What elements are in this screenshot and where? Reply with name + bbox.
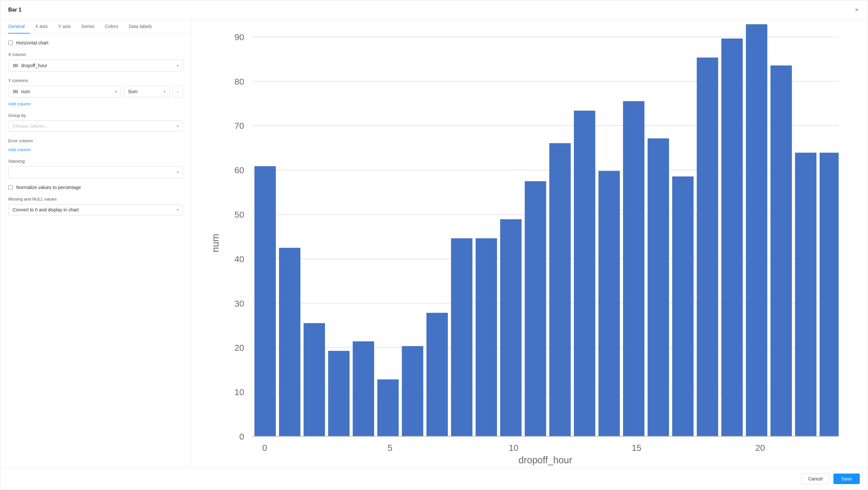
bar-19 [721, 38, 743, 436]
normalize-label[interactable]: Normalize values to percentage [16, 185, 81, 190]
group-by-chevron: ▾ [177, 124, 179, 128]
bar-15 [623, 101, 644, 437]
group-by-row: Group by Choose column... ▾ [8, 113, 183, 132]
y-col-select-wrapper: num ▾ [8, 86, 121, 97]
svg-text:20: 20 [235, 343, 244, 353]
y-column-chevron: ▾ [115, 90, 117, 94]
bar-22 [795, 153, 816, 437]
dialog-header: Bar 1 × [0, 0, 868, 20]
missing-null-value: Convert to 0 and display in chart [12, 207, 79, 212]
bar-14 [598, 171, 620, 436]
svg-text:15: 15 [631, 443, 641, 453]
bar-12 [549, 143, 571, 437]
tab-general[interactable]: General [8, 20, 30, 34]
svg-text:50: 50 [235, 210, 244, 220]
bar-17 [672, 177, 693, 437]
tabs-bar: General X axis Y axis Series Colors Data… [0, 20, 191, 34]
stacking-select-wrapper: ▾ [8, 166, 183, 178]
bar-23 [819, 153, 839, 437]
horizontal-chart-checkbox[interactable] [8, 40, 13, 45]
normalize-checkbox[interactable] [8, 185, 13, 190]
stacking-label: Stacking [8, 159, 183, 164]
tab-colors[interactable]: Colors [100, 20, 123, 34]
bar-13 [574, 111, 595, 436]
add-error-column-link[interactable]: Add column [8, 147, 31, 152]
horizontal-chart-label[interactable]: Horizontal chart [16, 40, 49, 45]
group-by-label: Group by [8, 113, 183, 118]
stacking-chevron: ▾ [177, 170, 179, 175]
agg-select-wrapper: Sum ▾ [124, 86, 170, 97]
bar-9 [475, 238, 497, 437]
bar-4 [353, 341, 374, 437]
tab-data-labels[interactable]: Data labels [123, 20, 157, 34]
group-by-select[interactable]: Choose column... ▾ [8, 121, 183, 132]
left-panel: General X axis Y axis Series Colors Data… [0, 20, 191, 468]
bar-7 [427, 313, 448, 437]
svg-text:60: 60 [235, 166, 244, 176]
bar-11 [525, 181, 546, 437]
svg-rect-3 [13, 90, 14, 93]
add-y-column-link[interactable]: Add column [8, 101, 31, 106]
bar-18 [697, 58, 718, 437]
tab-y-axis[interactable]: Y axis [53, 20, 76, 34]
bar-16 [648, 139, 669, 437]
x-column-select[interactable]: dropoff_hour ▾ [8, 60, 183, 71]
agg-chevron: ▾ [164, 90, 166, 94]
dialog-title: Bar 1 [8, 7, 22, 13]
tab-x-axis[interactable]: X axis [30, 20, 53, 34]
save-button[interactable]: Save [833, 473, 860, 484]
svg-rect-2 [17, 64, 18, 67]
chart-wrap: 90 80 70 60 50 40 30 20 10 0 num [205, 21, 855, 466]
bar-21 [771, 65, 792, 437]
bars-group [254, 24, 839, 437]
svg-text:80: 80 [235, 77, 244, 87]
y-column-value: num [12, 89, 30, 94]
chart-config-dialog: Bar 1 × General X axis Y axis Series Col… [0, 0, 868, 490]
agg-select[interactable]: Sum ▾ [124, 86, 170, 97]
missing-null-row: Missing and NULL values Convert to 0 and… [8, 196, 183, 215]
remove-y-column-button[interactable]: - [173, 86, 183, 97]
svg-text:30: 30 [235, 299, 244, 309]
bar-2 [304, 324, 325, 437]
group-by-value: Choose column... [12, 123, 49, 129]
dialog-footer: Cancel Save [0, 468, 868, 490]
y-column-select[interactable]: num ▾ [8, 86, 121, 97]
x-column-icon [12, 63, 19, 68]
svg-text:5: 5 [388, 443, 393, 453]
svg-rect-5 [17, 90, 18, 93]
x-column-select-wrapper: dropoff_hour ▾ [8, 60, 183, 71]
x-axis-group: 0 5 10 15 20 dropoff_hour [262, 443, 765, 465]
bar-10 [500, 219, 522, 437]
error-column-label: Error column [8, 138, 183, 143]
x-column-chevron: ▾ [177, 64, 179, 68]
agg-value: Sum [128, 89, 137, 94]
close-button[interactable]: × [854, 6, 860, 14]
missing-null-select[interactable]: Convert to 0 and display in chart ▾ [8, 204, 183, 215]
bar-8 [451, 238, 472, 437]
bar-1 [279, 248, 300, 437]
svg-rect-0 [13, 64, 14, 67]
svg-text:0: 0 [262, 443, 268, 453]
stacking-row: Stacking ▾ [8, 159, 183, 178]
group-by-select-wrapper: Choose column... ▾ [8, 121, 183, 132]
tab-series[interactable]: Series [76, 20, 100, 34]
bar-3 [328, 351, 350, 437]
cancel-button[interactable]: Cancel [801, 473, 830, 484]
chart-panel: 90 80 70 60 50 40 30 20 10 0 num [191, 20, 868, 468]
svg-text:70: 70 [235, 121, 244, 131]
missing-null-chevron: ▾ [177, 208, 179, 212]
svg-text:10: 10 [509, 443, 518, 453]
svg-text:dropoff_hour: dropoff_hour [519, 455, 572, 465]
svg-text:0: 0 [239, 432, 244, 442]
svg-text:10: 10 [235, 388, 244, 397]
bar-6 [402, 346, 423, 436]
stacking-select[interactable]: ▾ [8, 166, 183, 178]
dialog-body: General X axis Y axis Series Colors Data… [0, 20, 868, 468]
svg-text:num: num [210, 234, 221, 252]
bar-chart: 90 80 70 60 50 40 30 20 10 0 num [205, 21, 855, 465]
normalize-row: Normalize values to percentage [8, 185, 183, 190]
x-column-value: dropoff_hour [12, 63, 47, 68]
x-column-label: X column [8, 52, 183, 57]
svg-rect-4 [15, 90, 16, 93]
bar-5 [377, 380, 399, 437]
